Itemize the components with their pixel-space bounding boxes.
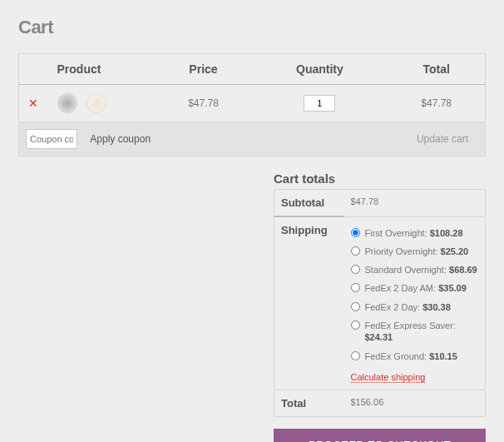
shipping-method-label: FedEx 2 Day: $30.38 — [365, 301, 479, 313]
quantity-input[interactable] — [304, 95, 335, 112]
col-quantity: Quantity — [251, 54, 388, 85]
page-title: Cart — [18, 17, 486, 38]
shipping-method-label: FedEx 2 Day AM: $35.09 — [365, 282, 479, 294]
row-price: $47.78 — [156, 85, 252, 122]
shipping-radio[interactable] — [351, 283, 360, 292]
shipping-method[interactable]: FedEx 2 Day: $30.38 — [351, 298, 479, 316]
col-price: Price — [156, 54, 252, 85]
cart-row: ✕ $47.78 $47.78 — [19, 85, 486, 122]
shipping-method[interactable]: Priority Overnight: $25.20 — [351, 242, 479, 261]
total-label: Total — [274, 390, 344, 416]
product-thumb-2[interactable] — [86, 93, 106, 113]
shipping-method[interactable]: FedEx 2 Day AM: $35.09 — [351, 279, 479, 297]
shipping-method-label: Priority Overnight: $25.20 — [365, 246, 479, 257]
shipping-radio[interactable] — [351, 246, 360, 256]
shipping-method[interactable]: FedEx Ground: $10.15 — [351, 347, 479, 365]
subtotal-value: $47.78 — [344, 190, 486, 217]
update-cart-button[interactable]: Update cart — [407, 129, 478, 149]
col-product: Product — [47, 54, 156, 85]
shipping-method-label: FedEx Express Saver: $24.31 — [365, 320, 479, 344]
shipping-method[interactable]: Standard Overnight: $68.69 — [351, 261, 479, 279]
shipping-radio[interactable] — [351, 302, 360, 311]
row-total: $47.78 — [388, 85, 485, 122]
shipping-method[interactable]: First Overnight: $108.28 — [351, 224, 479, 242]
product-thumb-1[interactable] — [57, 93, 77, 113]
col-total: Total — [388, 54, 485, 85]
apply-coupon-button[interactable]: Apply coupon — [80, 129, 161, 149]
shipping-method[interactable]: FedEx Express Saver: $24.31 — [351, 316, 479, 347]
cart-totals-heading: Cart totals — [274, 171, 486, 186]
shipping-radio[interactable] — [351, 351, 360, 360]
shipping-radio[interactable] — [351, 265, 360, 274]
proceed-to-checkout-button[interactable]: PROCEED TO CHECKOUT — [274, 429, 486, 442]
remove-icon[interactable]: ✕ — [28, 97, 38, 109]
cart-table: Product Price Quantity Total ✕ $47.78 $4… — [18, 53, 486, 156]
shipping-method-label: First Overnight: $108.28 — [365, 227, 479, 239]
subtotal-label: Subtotal — [274, 190, 344, 217]
shipping-method-label: FedEx Ground: $10.15 — [365, 350, 479, 362]
coupon-input[interactable] — [26, 129, 77, 149]
shipping-radio[interactable] — [351, 320, 360, 330]
total-value: $156.06 — [344, 390, 486, 416]
shipping-radio[interactable] — [351, 228, 360, 237]
cart-totals-table: Subtotal $47.78 Shipping First Overnight… — [274, 189, 486, 417]
calculate-shipping-link[interactable]: Calculate shipping — [351, 372, 426, 383]
shipping-methods-list: First Overnight: $108.28Priority Overnig… — [351, 224, 479, 365]
shipping-method-label: Standard Overnight: $68.69 — [365, 264, 479, 276]
shipping-label: Shipping — [274, 216, 344, 390]
